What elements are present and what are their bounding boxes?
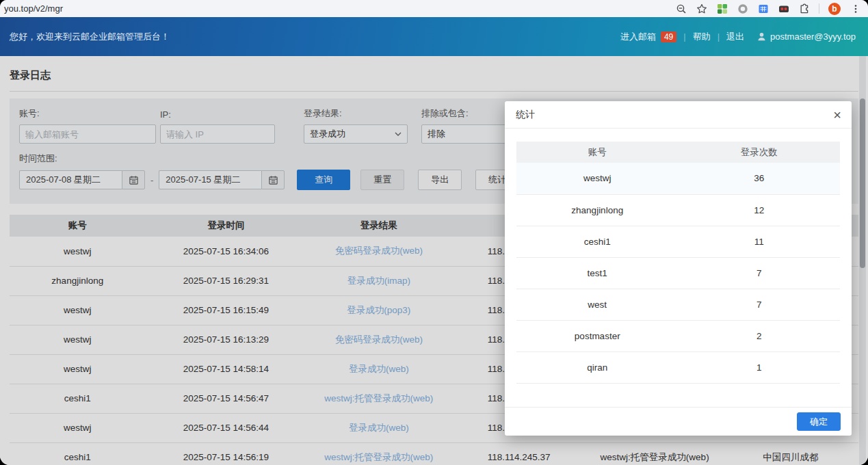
extensions-puzzle-icon[interactable] <box>798 3 810 14</box>
stat-row: ceshi1 11 <box>516 226 840 257</box>
stat-row: west 7 <box>516 289 840 320</box>
zoom-icon[interactable] <box>675 3 687 14</box>
account-menu[interactable]: postmaster@3yyy.top <box>757 31 856 42</box>
stat-count: 1 <box>679 351 841 383</box>
welcome-text: 您好，欢迎来到云邮企业邮箱管理后台！ <box>10 31 170 43</box>
header-separator: | <box>718 31 720 42</box>
stat-account: test1 <box>516 257 679 289</box>
stat-account: westwj <box>516 163 679 194</box>
modal-footer: 确定 <box>505 407 852 436</box>
stat-row: postmaster 2 <box>516 320 840 351</box>
stat-count: 7 <box>679 257 841 289</box>
page-content: 登录日志 账号: IP: 登录结果: 登录成功 <box>0 56 868 465</box>
account-email: postmaster@3yyy.top <box>770 31 856 42</box>
extension-grid-icon[interactable] <box>716 3 728 14</box>
stat-account: west <box>516 289 679 320</box>
extension-mask-icon[interactable] <box>778 3 789 14</box>
user-icon <box>757 31 767 42</box>
stat-count: 12 <box>679 194 841 226</box>
modal-body: 账号 登录次数 westwj 36 zhangjinlong 12 <box>505 129 852 384</box>
help-link[interactable]: 帮助 <box>693 31 711 43</box>
stat-row: zhangjinlong 12 <box>516 194 840 226</box>
browser-address-bar: you.top/v2/mgr b <box>0 0 868 17</box>
extension-calendar-icon[interactable] <box>757 3 769 14</box>
stat-account: qiran <box>516 351 679 383</box>
logout-link[interactable]: 退出 <box>726 31 744 43</box>
close-icon[interactable]: × <box>833 108 841 122</box>
browser-window: you.top/v2/mgr b <box>0 0 868 465</box>
header-right: 进入邮箱 49 | 帮助 | 退出 postmaster@3yyy.top <box>620 31 856 43</box>
profile-avatar[interactable]: b <box>828 3 841 15</box>
extension-ring-icon[interactable] <box>737 3 748 14</box>
bookmark-star-icon[interactable] <box>696 3 707 14</box>
stat-col-account: 账号 <box>516 142 679 163</box>
stat-account: zhangjinlong <box>516 194 679 226</box>
statistics-table: 账号 登录次数 westwj 36 zhangjinlong 12 <box>516 142 840 384</box>
enter-mailbox-link[interactable]: 进入邮箱 49 <box>620 31 676 43</box>
statistics-modal: 统计 × 账号 登录次数 westwj 36 <box>505 101 852 436</box>
stat-row: test1 7 <box>516 257 840 289</box>
stat-col-login-count: 登录次数 <box>679 142 841 163</box>
stat-count: 7 <box>679 289 841 320</box>
stat-count: 36 <box>679 163 841 194</box>
modal-title: 统计 <box>516 109 535 121</box>
modal-header: 统计 × <box>505 101 852 129</box>
confirm-button[interactable]: 确定 <box>797 412 841 431</box>
stat-count: 2 <box>679 320 841 351</box>
stat-row: westwj 36 <box>516 163 840 194</box>
stat-count: 11 <box>679 226 841 257</box>
browser-toolbar-icons: b <box>675 3 861 15</box>
stat-row: qiran 1 <box>516 351 840 383</box>
enter-mailbox-label: 进入邮箱 <box>620 31 656 43</box>
stat-header-row: 账号 登录次数 <box>516 142 840 163</box>
menu-kebab-icon[interactable] <box>850 3 861 14</box>
stat-account: ceshi1 <box>516 226 679 257</box>
url-text[interactable]: you.top/v2/mgr <box>4 3 63 14</box>
unread-count-badge: 49 <box>661 31 676 42</box>
stat-account: postmaster <box>516 320 679 351</box>
app-header: 您好，欢迎来到云邮企业邮箱管理后台！ 进入邮箱 49 | 帮助 | 退出 pos… <box>0 17 868 56</box>
toolbar-divider <box>819 3 819 14</box>
header-separator: | <box>683 31 685 42</box>
